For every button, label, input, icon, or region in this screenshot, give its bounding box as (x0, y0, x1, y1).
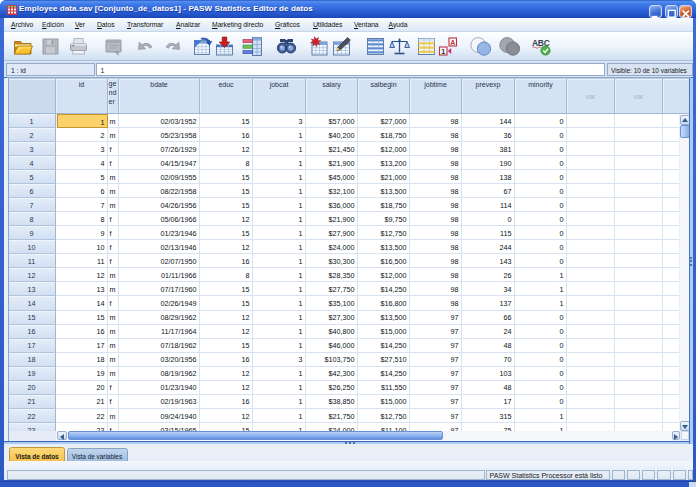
svg-text:1: 1 (441, 48, 445, 55)
svg-text:A: A (450, 39, 455, 46)
